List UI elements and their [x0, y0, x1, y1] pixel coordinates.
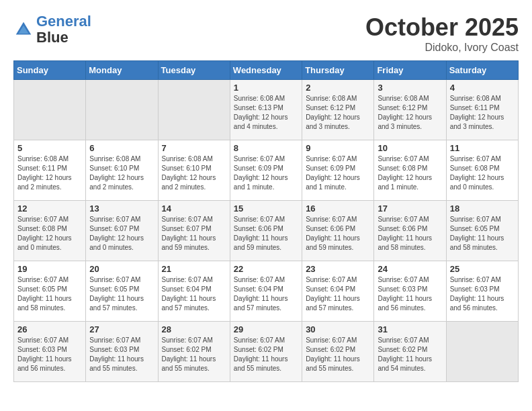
day-info: Sunrise: 6:07 AM Sunset: 6:09 PM Dayligh… [306, 154, 370, 192]
calendar-cell: 24Sunrise: 6:07 AM Sunset: 6:03 PM Dayli… [374, 261, 446, 322]
day-number: 18 [450, 203, 515, 214]
calendar-cell: 20Sunrise: 6:07 AM Sunset: 6:05 PM Dayli… [86, 261, 158, 322]
day-number: 12 [17, 203, 82, 214]
day-number: 26 [17, 324, 82, 334]
calendar-cell [446, 322, 518, 382]
calendar-cell: 6Sunrise: 6:08 AM Sunset: 6:10 PM Daylig… [86, 140, 158, 201]
calendar-cell: 19Sunrise: 6:07 AM Sunset: 6:05 PM Dayli… [14, 261, 86, 322]
weekday-header: Wednesday [230, 61, 302, 80]
day-number: 17 [378, 203, 442, 214]
day-info: Sunrise: 6:07 AM Sunset: 6:02 PM Dayligh… [162, 336, 226, 373]
day-number: 27 [89, 324, 154, 334]
day-info: Sunrise: 6:07 AM Sunset: 6:05 PM Dayligh… [89, 275, 154, 313]
day-info: Sunrise: 6:07 AM Sunset: 6:06 PM Dayligh… [306, 215, 370, 253]
day-info: Sunrise: 6:08 AM Sunset: 6:12 PM Dayligh… [378, 94, 442, 132]
calendar-cell: 22Sunrise: 6:07 AM Sunset: 6:04 PM Dayli… [230, 261, 302, 322]
day-info: Sunrise: 6:07 AM Sunset: 6:02 PM Dayligh… [378, 336, 442, 373]
day-info: Sunrise: 6:07 AM Sunset: 6:05 PM Dayligh… [450, 215, 515, 253]
day-number: 1 [234, 83, 298, 93]
calendar-cell: 7Sunrise: 6:08 AM Sunset: 6:10 PM Daylig… [158, 140, 230, 201]
calendar-table: SundayMondayTuesdayWednesdayThursdayFrid… [13, 60, 519, 382]
calendar-cell: 29Sunrise: 6:07 AM Sunset: 6:02 PM Dayli… [230, 322, 302, 382]
calendar-cell: 3Sunrise: 6:08 AM Sunset: 6:12 PM Daylig… [374, 80, 446, 140]
day-info: Sunrise: 6:07 AM Sunset: 6:05 PM Dayligh… [17, 275, 82, 313]
day-info: Sunrise: 6:08 AM Sunset: 6:12 PM Dayligh… [306, 94, 370, 132]
day-info: Sunrise: 6:07 AM Sunset: 6:03 PM Dayligh… [89, 336, 154, 373]
day-info: Sunrise: 6:07 AM Sunset: 6:08 PM Dayligh… [450, 154, 515, 192]
day-number: 15 [234, 203, 298, 214]
weekday-header: Tuesday [158, 61, 230, 80]
day-info: Sunrise: 6:07 AM Sunset: 6:04 PM Dayligh… [162, 275, 226, 313]
calendar-week-row: 5Sunrise: 6:08 AM Sunset: 6:11 PM Daylig… [14, 140, 519, 201]
day-number: 9 [306, 143, 370, 153]
day-info: Sunrise: 6:07 AM Sunset: 6:02 PM Dayligh… [234, 336, 298, 373]
logo-text: General Blue [36, 13, 91, 46]
day-number: 10 [378, 143, 442, 153]
day-number: 14 [162, 203, 226, 214]
day-number: 2 [306, 83, 370, 93]
day-info: Sunrise: 6:08 AM Sunset: 6:11 PM Dayligh… [450, 94, 515, 132]
calendar-cell: 8Sunrise: 6:07 AM Sunset: 6:09 PM Daylig… [230, 140, 302, 201]
calendar-cell: 17Sunrise: 6:07 AM Sunset: 6:06 PM Dayli… [374, 201, 446, 261]
calendar-cell: 18Sunrise: 6:07 AM Sunset: 6:05 PM Dayli… [446, 201, 518, 261]
weekday-header: Saturday [446, 61, 518, 80]
logo-line1: General [36, 13, 91, 30]
calendar-cell: 31Sunrise: 6:07 AM Sunset: 6:02 PM Dayli… [374, 322, 446, 382]
day-info: Sunrise: 6:08 AM Sunset: 6:10 PM Dayligh… [162, 154, 226, 192]
day-number: 11 [450, 143, 515, 153]
calendar-week-row: 19Sunrise: 6:07 AM Sunset: 6:05 PM Dayli… [14, 261, 519, 322]
day-info: Sunrise: 6:07 AM Sunset: 6:07 PM Dayligh… [89, 215, 154, 253]
day-number: 3 [378, 83, 442, 93]
logo: General Blue [13, 13, 91, 46]
weekday-header-row: SundayMondayTuesdayWednesdayThursdayFrid… [14, 61, 519, 80]
day-info: Sunrise: 6:07 AM Sunset: 6:08 PM Dayligh… [378, 154, 442, 192]
location: Didoko, Ivory Coast [365, 42, 519, 54]
calendar-cell: 10Sunrise: 6:07 AM Sunset: 6:08 PM Dayli… [374, 140, 446, 201]
day-info: Sunrise: 6:08 AM Sunset: 6:13 PM Dayligh… [234, 94, 298, 132]
calendar-cell: 2Sunrise: 6:08 AM Sunset: 6:12 PM Daylig… [302, 80, 374, 140]
day-info: Sunrise: 6:07 AM Sunset: 6:06 PM Dayligh… [234, 215, 298, 253]
day-number: 22 [234, 264, 298, 274]
calendar-cell: 23Sunrise: 6:07 AM Sunset: 6:04 PM Dayli… [302, 261, 374, 322]
calendar-cell: 4Sunrise: 6:08 AM Sunset: 6:11 PM Daylig… [446, 80, 518, 140]
day-number: 25 [450, 264, 515, 274]
day-number: 4 [450, 83, 515, 93]
day-info: Sunrise: 6:07 AM Sunset: 6:03 PM Dayligh… [450, 275, 515, 313]
calendar-cell: 1Sunrise: 6:08 AM Sunset: 6:13 PM Daylig… [230, 80, 302, 140]
page-header: General Blue October 2025 Didoko, Ivory … [13, 13, 519, 54]
day-number: 20 [89, 264, 154, 274]
calendar-cell: 21Sunrise: 6:07 AM Sunset: 6:04 PM Dayli… [158, 261, 230, 322]
calendar-cell: 27Sunrise: 6:07 AM Sunset: 6:03 PM Dayli… [86, 322, 158, 382]
calendar-cell: 13Sunrise: 6:07 AM Sunset: 6:07 PM Dayli… [86, 201, 158, 261]
day-number: 23 [306, 264, 370, 274]
calendar-cell: 30Sunrise: 6:07 AM Sunset: 6:02 PM Dayli… [302, 322, 374, 382]
calendar-week-row: 26Sunrise: 6:07 AM Sunset: 6:03 PM Dayli… [14, 322, 519, 382]
day-info: Sunrise: 6:07 AM Sunset: 6:04 PM Dayligh… [306, 275, 370, 313]
calendar-cell [158, 80, 230, 140]
calendar-cell: 14Sunrise: 6:07 AM Sunset: 6:07 PM Dayli… [158, 201, 230, 261]
day-info: Sunrise: 6:07 AM Sunset: 6:08 PM Dayligh… [17, 215, 82, 253]
logo-line2: Blue [36, 30, 91, 46]
calendar-cell: 15Sunrise: 6:07 AM Sunset: 6:06 PM Dayli… [230, 201, 302, 261]
weekday-header: Friday [374, 61, 446, 80]
day-number: 19 [17, 264, 82, 274]
day-number: 30 [306, 324, 370, 334]
calendar-cell: 9Sunrise: 6:07 AM Sunset: 6:09 PM Daylig… [302, 140, 374, 201]
title-block: October 2025 Didoko, Ivory Coast [365, 13, 519, 54]
day-number: 13 [89, 203, 154, 214]
calendar-cell: 5Sunrise: 6:08 AM Sunset: 6:11 PM Daylig… [14, 140, 86, 201]
calendar-cell: 16Sunrise: 6:07 AM Sunset: 6:06 PM Dayli… [302, 201, 374, 261]
calendar-cell: 11Sunrise: 6:07 AM Sunset: 6:08 PM Dayli… [446, 140, 518, 201]
day-number: 8 [234, 143, 298, 153]
calendar-cell: 28Sunrise: 6:07 AM Sunset: 6:02 PM Dayli… [158, 322, 230, 382]
weekday-header: Sunday [14, 61, 86, 80]
day-number: 6 [89, 143, 154, 153]
day-number: 16 [306, 203, 370, 214]
day-info: Sunrise: 6:07 AM Sunset: 6:03 PM Dayligh… [17, 336, 82, 373]
calendar-cell [14, 80, 86, 140]
day-info: Sunrise: 6:07 AM Sunset: 6:04 PM Dayligh… [234, 275, 298, 313]
calendar-week-row: 1Sunrise: 6:08 AM Sunset: 6:13 PM Daylig… [14, 80, 519, 140]
day-info: Sunrise: 6:08 AM Sunset: 6:10 PM Dayligh… [89, 154, 154, 192]
calendar-week-row: 12Sunrise: 6:07 AM Sunset: 6:08 PM Dayli… [14, 201, 519, 261]
day-info: Sunrise: 6:07 AM Sunset: 6:02 PM Dayligh… [306, 336, 370, 373]
